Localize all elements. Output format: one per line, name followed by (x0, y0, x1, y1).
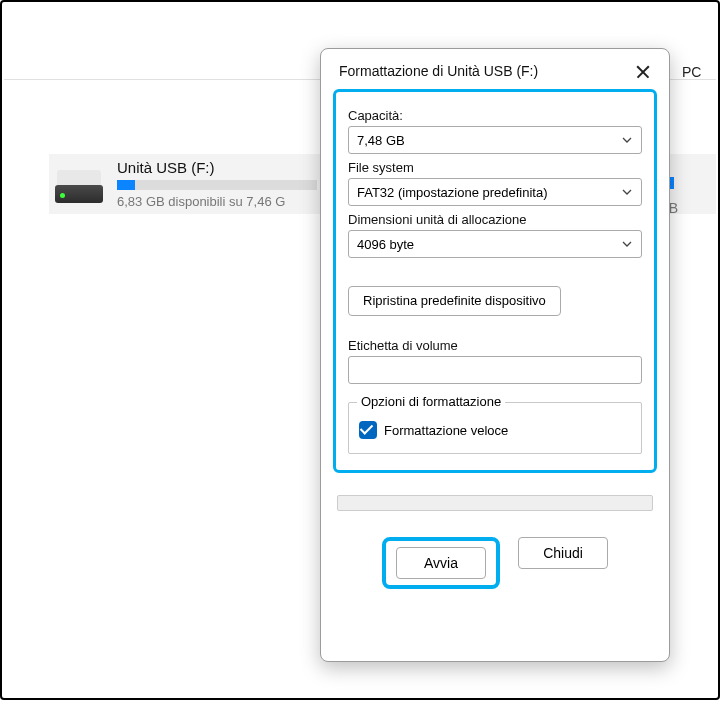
volume-label-input[interactable] (348, 356, 642, 384)
close-button[interactable]: Chiudi (518, 537, 608, 569)
window-frame: PC Unità USB (F:) 6,83 GB disponibili su… (0, 0, 720, 700)
close-icon[interactable] (635, 63, 653, 81)
chevron-down-icon (621, 134, 633, 146)
progress-bar (337, 495, 653, 511)
drive-icon (55, 165, 103, 203)
chevron-down-icon (621, 186, 633, 198)
capacity-label: Capacità: (348, 108, 642, 123)
filesystem-value: FAT32 (impostazione predefinita) (357, 185, 548, 200)
filesystem-label: File system (348, 160, 642, 175)
restore-defaults-button[interactable]: Ripristina predefinite dispositivo (348, 286, 561, 316)
volume-label-label: Etichetta di volume (348, 338, 642, 353)
format-options-fieldset: Opzioni di formattazione Formattazione v… (348, 402, 642, 454)
dialog-body-highlight: Capacità: 7,48 GB File system FAT32 (imp… (333, 89, 657, 473)
allocation-label: Dimensioni unità di allocazione (348, 212, 642, 227)
format-options-legend: Opzioni di formattazione (357, 394, 505, 409)
drive-title: Unità USB (F:) (117, 159, 317, 176)
format-dialog: Formattazione di Unità USB (F:) Capacità… (320, 48, 670, 662)
drive-usage-bar (117, 180, 317, 190)
quick-format-label: Formattazione veloce (384, 423, 508, 438)
filesystem-select[interactable]: FAT32 (impostazione predefinita) (348, 178, 642, 206)
quick-format-checkbox[interactable] (359, 421, 377, 439)
allocation-select[interactable]: 4096 byte (348, 230, 642, 258)
capacity-select[interactable]: 7,48 GB (348, 126, 642, 154)
start-button-highlight: Avvia (382, 537, 500, 589)
drive-subtitle: 6,83 GB disponibili su 7,46 G (117, 194, 317, 209)
dialog-title: Formattazione di Unità USB (F:) (321, 49, 669, 89)
dialog-title-text: Formattazione di Unità USB (F:) (339, 63, 538, 79)
allocation-value: 4096 byte (357, 237, 414, 252)
capacity-value: 7,48 GB (357, 133, 405, 148)
start-button[interactable]: Avvia (396, 547, 486, 579)
chevron-down-icon (621, 238, 633, 250)
breadcrumb-pc: PC (682, 64, 701, 80)
